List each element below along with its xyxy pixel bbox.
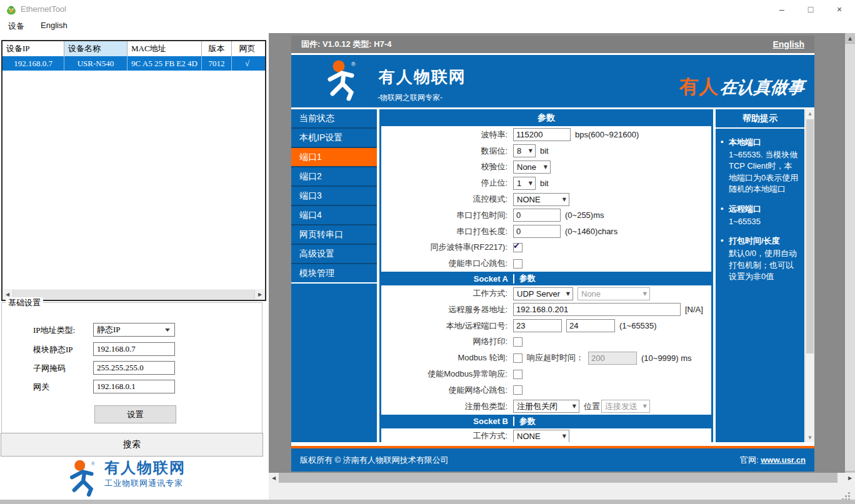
socket-a-header: Socket A 参数: [381, 272, 711, 285]
parity-value: None: [517, 162, 536, 172]
form-row-databits: 数据位: 8 ▼ bit: [381, 143, 711, 159]
sidebar-item-port4[interactable]: 端口4: [291, 206, 377, 225]
scroll-left-icon[interactable]: ◀: [2, 292, 12, 297]
remote-port-input[interactable]: [566, 319, 615, 332]
app-logo: ® 有人物联网 工业物联网通讯专家: [68, 460, 186, 497]
webview-vertical-scrollbar[interactable]: ▲ ▼: [845, 33, 855, 483]
gateway-input[interactable]: [93, 380, 175, 393]
packtime-note: (0~255)ms: [565, 210, 604, 220]
modbus-timeout-label: 响应超时时间：: [527, 352, 584, 363]
window-bottom-edge: [0, 500, 855, 504]
regpack-pos-select[interactable]: 连接发送 ▼: [601, 400, 650, 413]
regpack-select[interactable]: 注册包关闭 ▼: [513, 400, 579, 413]
modbus-poll-checkbox[interactable]: ✔: [513, 353, 522, 363]
static-ip-input[interactable]: [93, 342, 175, 356]
status-strip: [269, 483, 855, 500]
net-heartbeat-label: 使能网络心跳包:: [381, 385, 508, 396]
regpack-label: 注册包类型:: [381, 401, 508, 412]
english-link[interactable]: English: [772, 39, 804, 49]
dropdown-arrow-icon: ▼: [560, 197, 569, 202]
scroll-down-icon[interactable]: ▼: [806, 435, 814, 440]
sidebar-item-port1[interactable]: 端口1: [291, 148, 377, 167]
resize-grip[interactable]: [848, 492, 850, 494]
workmode-b-select[interactable]: NONE ▼: [513, 430, 569, 442]
scrollbar-thumb[interactable]: [12, 290, 255, 299]
col-header-mac[interactable]: MAC地址: [128, 41, 202, 56]
local-port-input[interactable]: [513, 319, 562, 332]
form-row-parity: 校验位: None ▼: [381, 159, 711, 175]
scroll-left-icon[interactable]: ◀: [269, 475, 279, 481]
help-item: • 远程端口 1~65535: [721, 204, 799, 227]
sidebar-item-port2[interactable]: 端口2: [291, 167, 377, 187]
netmask-input[interactable]: [93, 361, 175, 375]
checkmark-icon: ✔: [513, 241, 520, 250]
device-table-row[interactable]: 192.168.0.7 USR-N540 9C A5 25 FB E2 4D 7…: [2, 56, 265, 71]
web-link-icon[interactable]: √: [232, 56, 262, 71]
sidebar-item-port3[interactable]: 端口3: [291, 187, 377, 206]
page-header: ® 有人物联网 -物联网之联网专家- 有人 在认真做事: [291, 55, 814, 107]
sidebar-item-web-to-serial[interactable]: 网页转串口: [291, 225, 377, 245]
workmode-a-select[interactable]: UDP Server ▼: [513, 287, 573, 300]
web-page: 固件: V1.0.12 类型: H7-4 English ®: [291, 36, 814, 472]
firmware-info: 固件: V1.0.12 类型: H7-4: [301, 39, 392, 50]
modbus-timeout-input[interactable]: [588, 352, 637, 365]
menu-english[interactable]: English: [32, 19, 76, 33]
col-header-device-ip[interactable]: 设备IP: [2, 41, 64, 56]
modbus-timeout-note: (10~9999) ms: [641, 353, 692, 363]
header-slogan: 有人 在认真做事: [679, 74, 804, 100]
scroll-up-icon[interactable]: ▲: [845, 36, 855, 41]
minimize-icon[interactable]: –: [768, 0, 796, 19]
close-icon[interactable]: ×: [825, 0, 854, 19]
page-inner-scrollbar[interactable]: ▲ ▼: [805, 109, 814, 442]
settings-form: 参数 波特率: bps(600~921600) 数据位: 8: [379, 109, 713, 442]
ip-type-select[interactable]: 静态IP: [93, 323, 175, 337]
device-table-header: 设备IP 设备名称 MAC地址 版本 网页: [2, 41, 265, 56]
net-print-label: 网络打印:: [381, 336, 508, 347]
serial-heartbeat-checkbox[interactable]: ✔: [513, 259, 522, 269]
modbus-exc-checkbox[interactable]: ✔: [513, 370, 522, 379]
search-button[interactable]: 搜索: [1, 433, 263, 457]
col-header-version[interactable]: 版本: [202, 41, 232, 56]
official-site-link[interactable]: www.usr.cn: [761, 455, 806, 465]
col-header-device-name[interactable]: 设备名称: [64, 41, 128, 56]
col-header-web[interactable]: 网页: [232, 41, 262, 56]
maximize-icon[interactable]: □: [796, 0, 825, 19]
dropdown-arrow-icon: ▼: [570, 403, 579, 409]
rf2217-checkbox[interactable]: ✔: [513, 243, 522, 252]
dropdown-arrow-icon: ▼: [641, 403, 649, 409]
remote-addr-input[interactable]: [513, 303, 681, 316]
webview-horizontal-scrollbar[interactable]: ◀ ▶: [269, 473, 855, 483]
scrollbar-thumb[interactable]: [806, 119, 814, 353]
workmode-a-sub-select[interactable]: None ▼: [578, 287, 650, 300]
scrollbar-thumb[interactable]: [845, 43, 855, 472]
scroll-right-icon[interactable]: ▶: [845, 475, 855, 481]
net-heartbeat-checkbox[interactable]: ✔: [513, 385, 522, 395]
workmode-a-value: UDP Server: [517, 289, 560, 299]
scrollbar-thumb[interactable]: [279, 473, 838, 483]
firmware-bar: 固件: V1.0.12 类型: H7-4 English: [291, 36, 814, 53]
sidebar-item-current-status[interactable]: 当前状态: [291, 109, 377, 129]
sidebar-item-module-mgmt[interactable]: 模块管理: [291, 264, 377, 284]
parity-select[interactable]: None ▼: [513, 161, 551, 174]
baud-input[interactable]: [513, 128, 571, 141]
databits-select[interactable]: 8 ▼: [513, 144, 536, 157]
ip-type-label: IP地址类型:: [33, 325, 75, 336]
scroll-right-icon[interactable]: ▶: [255, 292, 265, 297]
header-tagline: -物联网之联网专家-: [378, 92, 442, 103]
packlen-input[interactable]: [513, 225, 561, 238]
sidebar-item-local-ip[interactable]: 本机IP设置: [291, 129, 377, 148]
help-item-body: 1~65535: [729, 216, 761, 227]
flow-select[interactable]: NONE ▼: [513, 193, 569, 206]
stopbits-select[interactable]: 1 ▼: [513, 177, 536, 190]
window-controls: – □ ×: [768, 0, 854, 19]
scroll-up-icon[interactable]: ▲: [806, 111, 814, 116]
rf2217-label: 同步波特率(RF2217):: [381, 242, 508, 253]
packlen-label: 串口打包长度:: [381, 226, 508, 237]
set-button[interactable]: 设置: [94, 405, 176, 423]
sidebar-item-advanced[interactable]: 高级设置: [291, 245, 377, 264]
net-print-checkbox[interactable]: ✔: [513, 337, 522, 347]
web-view: 固件: V1.0.12 类型: H7-4 English ®: [269, 33, 855, 483]
packtime-input[interactable]: [513, 209, 561, 222]
socket-b-name: Socket B: [381, 417, 514, 426]
menu-device[interactable]: 设备: [0, 19, 32, 33]
